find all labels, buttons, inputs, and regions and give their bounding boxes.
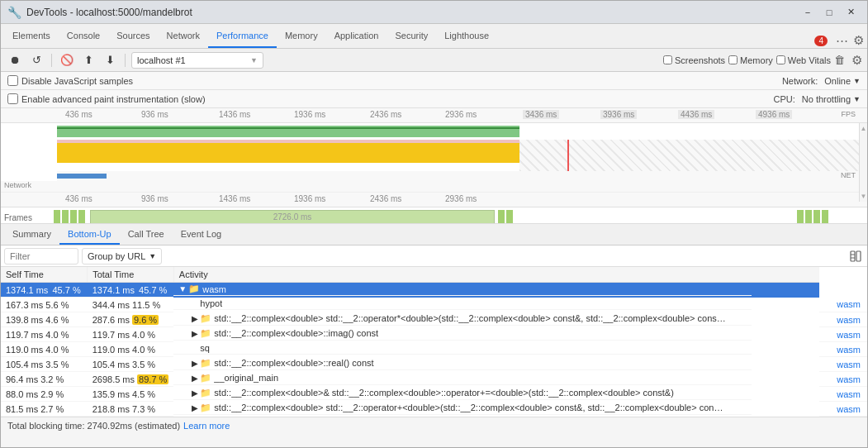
tab-network[interactable]: Network <box>159 25 208 48</box>
trash-icon[interactable]: 🗑 <box>834 54 845 66</box>
network-sub-area <box>57 181 859 192</box>
tab-call-tree[interactable]: Call Tree <box>120 225 173 245</box>
more-tools-icon[interactable]: ⋯ <box>836 33 848 48</box>
scroll-up-btn[interactable]: ▲ <box>861 125 867 132</box>
webvitals-checkbox-label[interactable]: Web Vitals <box>776 55 831 65</box>
group-by-select[interactable]: Group by URL ▼ <box>82 248 162 265</box>
enable-paint-label[interactable]: Enable advanced paint instrumentation (s… <box>7 93 206 104</box>
table-row[interactable]: 119.7 ms 4.0 %119.7 ms 4.0 %▶📁std::__2::… <box>1 327 867 342</box>
table-row[interactable]: 96.4 ms 3.2 %2698.5 ms 89.7 %▶📁__origina… <box>1 372 867 387</box>
settings-icon[interactable]: ⚙ <box>853 33 864 48</box>
network-dropdown-icon: ▼ <box>853 77 861 85</box>
network-select[interactable]: Online ▼ <box>824 76 861 86</box>
close-button[interactable]: ✕ <box>841 4 861 21</box>
disable-js-samples-label[interactable]: Disable JavaScript samples <box>7 75 133 86</box>
cell-link[interactable]: wasm <box>819 372 867 387</box>
tab-sources[interactable]: Sources <box>108 25 158 48</box>
col-self-time[interactable]: Self Time <box>1 267 88 283</box>
disable-js-samples-checkbox[interactable] <box>7 75 18 86</box>
url-dropdown-icon[interactable]: ▼ <box>250 56 258 64</box>
tab-memory[interactable]: Memory <box>277 25 326 48</box>
col-activity[interactable]: Activity <box>173 267 819 283</box>
capture-settings-icon[interactable]: ⚙ <box>851 53 862 68</box>
tab-lighthouse[interactable]: Lighthouse <box>436 25 497 48</box>
status-text: Total blocking time: 2740.92ms (estimate… <box>7 421 180 431</box>
tab-console[interactable]: Console <box>59 25 108 48</box>
data-table-wrapper[interactable]: Self Time Total Time Activity 1374.1 ms … <box>1 267 867 417</box>
sidebar-toggle-button[interactable] <box>847 248 864 265</box>
frame-bar-right-1 <box>498 210 505 224</box>
cell-link[interactable]: wasm <box>819 298 867 312</box>
devtools-favicon: 🔧 <box>7 6 21 19</box>
frame-bar-far-right-3 <box>813 210 820 224</box>
enable-paint-checkbox[interactable] <box>7 93 18 104</box>
tab-security[interactable]: Security <box>387 25 436 48</box>
table-row[interactable]: 1374.1 ms 45.7 %1374.1 ms 45.7 %▼📁wasm <box>1 283 867 298</box>
expand-arrow-icon[interactable]: ▶ <box>192 388 198 398</box>
expand-arrow-icon[interactable]: ▶ <box>192 403 198 412</box>
devtools-window: 🔧 DevTools - localhost:5000/mandelbrot −… <box>0 0 868 448</box>
cell-link[interactable]: wasm <box>819 387 867 402</box>
bottom-tabs-bar: Summary Bottom-Up Call Tree Event Log <box>1 224 867 245</box>
cell-self-time: 1374.1 ms 45.7 % <box>1 283 88 298</box>
table-row[interactable]: 139.8 ms 4.6 %287.6 ms 9.6 %▶📁std::__2::… <box>1 312 867 327</box>
reload-record-button[interactable]: ↺ <box>27 51 45 69</box>
minimize-button[interactable]: − <box>798 4 818 21</box>
expand-arrow-icon[interactable]: ▶ <box>192 329 198 338</box>
screenshots-checkbox[interactable] <box>663 55 672 64</box>
cpu-select[interactable]: No throttling ▼ <box>802 94 861 104</box>
table-row[interactable]: 119.0 ms 4.0 %119.0 ms 4.0 %sqwasm <box>1 342 867 357</box>
cell-link[interactable]: wasm <box>819 312 867 327</box>
maximize-button[interactable]: □ <box>819 4 839 21</box>
filter-row: Group by URL ▼ <box>1 245 867 267</box>
expand-arrow-icon[interactable]: ▼ <box>178 284 187 293</box>
nav-right: 4 ⋯ ⚙ <box>811 33 864 48</box>
screenshots-checkbox-label[interactable]: Screenshots <box>663 55 725 65</box>
filter-input[interactable] <box>4 248 78 265</box>
toolbar-separator-2 <box>125 54 126 67</box>
table-row[interactable]: 105.4 ms 3.5 %105.4 ms 3.5 %▶📁std::__2::… <box>1 357 867 372</box>
activity-text: std::__2::complex<double>::imag() const <box>214 328 378 338</box>
cell-activity: ▶📁std::__2::complex<double> std::__2::op… <box>173 312 752 326</box>
ruler-mark2-5: 2936 ms <box>445 194 477 203</box>
cell-activity: ▶📁std::__2::complex<double> std::__2::op… <box>173 402 752 415</box>
cell-self-time: 105.4 ms 3.5 % <box>1 357 88 372</box>
ruler-mark2-1: 936 ms <box>141 194 168 203</box>
cell-link[interactable]: wasm <box>819 342 867 357</box>
tab-elements[interactable]: Elements <box>4 25 59 48</box>
cell-activity: hypot <box>173 298 752 310</box>
table-row[interactable]: 81.5 ms 2.7 %218.8 ms 7.3 %▶📁std::__2::c… <box>1 402 867 417</box>
expand-arrow-icon[interactable]: ▶ <box>192 359 198 368</box>
download-button[interactable]: ⬇ <box>101 51 119 69</box>
tab-performance[interactable]: Performance <box>208 25 277 48</box>
clear-button[interactable]: 🚫 <box>58 51 76 69</box>
expand-arrow-icon[interactable]: ▶ <box>192 374 198 383</box>
webvitals-checkbox[interactable] <box>776 55 785 64</box>
frame-time-label: 2726.0 ms <box>273 212 312 222</box>
table-row[interactable]: 167.3 ms 5.6 %344.4 ms 11.5 %hypotwasm <box>1 298 867 312</box>
main-nav-tabs: Elements Console Sources Network Perform… <box>1 24 867 49</box>
tab-summary[interactable]: Summary <box>4 225 59 245</box>
tab-bottom-up[interactable]: Bottom-Up <box>59 225 120 245</box>
cell-activity: ▶📁std::__2::complex<double>::real() cons… <box>173 357 752 370</box>
timeline-container[interactable]: 436 ms 936 ms 1436 ms 1936 ms 2436 ms 29… <box>1 108 867 224</box>
cell-link[interactable]: wasm <box>819 402 867 417</box>
col-total-time[interactable]: Total Time <box>88 267 174 283</box>
table-row[interactable]: 88.0 ms 2.9 %135.9 ms 4.5 %▶📁std::__2::c… <box>1 387 867 402</box>
frame-bar-tiny-2 <box>62 210 69 224</box>
cell-link[interactable]: wasm <box>819 357 867 372</box>
scroll-down-btn[interactable]: ▼ <box>861 193 867 200</box>
cell-link[interactable]: wasm <box>819 327 867 342</box>
expand-arrow-icon[interactable]: ▶ <box>192 314 198 323</box>
enable-paint-text: Enable advanced paint instrumentation (s… <box>21 94 206 104</box>
activity-text: wasm <box>202 284 226 294</box>
record-button[interactable]: ⏺ <box>6 51 24 69</box>
memory-checkbox-label[interactable]: Memory <box>728 55 773 65</box>
learn-more-link[interactable]: Learn more <box>183 421 230 431</box>
memory-checkbox[interactable] <box>728 55 738 64</box>
cell-total-time: 2698.5 ms 89.7 % <box>88 372 174 387</box>
folder-icon: 📁 <box>200 328 211 339</box>
tab-application[interactable]: Application <box>326 25 387 48</box>
tab-event-log[interactable]: Event Log <box>173 225 230 245</box>
upload-button[interactable]: ⬆ <box>79 51 97 69</box>
